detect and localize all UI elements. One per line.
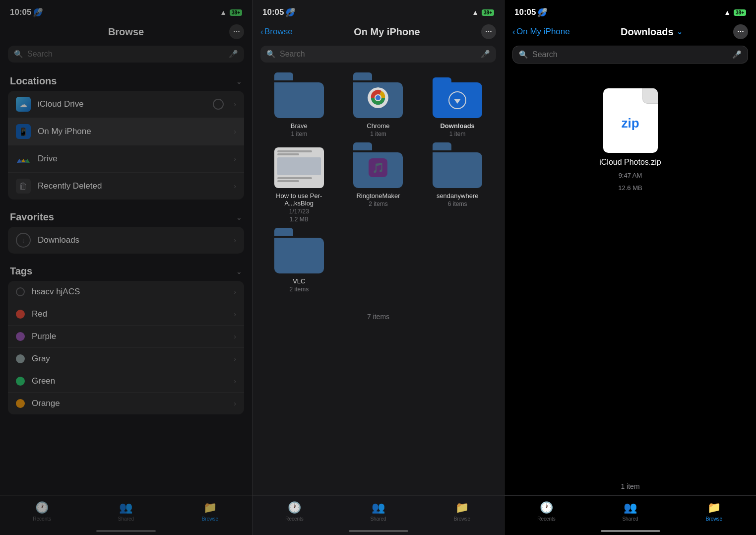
vlc-folder-item[interactable]: VLC 2 items (264, 233, 334, 293)
ringtone-folder-item[interactable]: 🎵 RingtoneMaker 2 items (344, 147, 413, 223)
drive-item[interactable]: Drive › (8, 145, 244, 173)
chrome-label: Chrome (367, 122, 389, 130)
trash-icon: 🗑 (16, 179, 31, 194)
tab-shared-3[interactable]: 👥 Shared (588, 501, 672, 522)
battery-2: 38+ (482, 9, 494, 16)
tab-bar-1: 🕐 Recents 👥 Shared 📁 Browse (0, 495, 252, 535)
zip-file-icon[interactable]: zip (603, 88, 658, 153)
more-button-3[interactable]: ··· (733, 24, 748, 39)
mic-icon-2[interactable]: 🎤 (481, 50, 490, 59)
tags-chevron[interactable]: ⌄ (236, 268, 242, 275)
p3-bottom-count: 1 item (504, 482, 756, 490)
back-chevron-2: ‹ (260, 27, 263, 37)
wifi-icon-1: ▲ (220, 8, 227, 16)
recently-deleted-item[interactable]: 🗑 Recently Deleted › (8, 173, 244, 200)
tag-orange-item[interactable]: Orange › (8, 393, 244, 414)
on-my-iphone-item[interactable]: 📱 On My iPhone › (8, 118, 244, 145)
tab-recents-1[interactable]: 🕐 Recents (0, 501, 84, 522)
folder-grid: Brave 1 item (252, 67, 504, 303)
tag-green-chevron: › (234, 377, 236, 385)
icloud-drive-item[interactable]: ☁ iCloud Drive › (8, 91, 244, 118)
ringtone-count: 2 items (369, 201, 388, 207)
file-content (274, 147, 324, 188)
locations-chevron[interactable]: ⌄ (236, 77, 242, 85)
recently-deleted-label: Recently Deleted (38, 181, 227, 191)
ringtone-folder-icon: 🎵 (353, 147, 403, 188)
search-bar-2[interactable]: 🔍 🎤 (260, 46, 496, 63)
nav-title-2: On My iPhone (293, 26, 481, 38)
file-line-3 (277, 177, 312, 179)
chrome-logo-svg (368, 87, 388, 108)
wifi-icon-3: ▲ (724, 8, 731, 16)
tag-green-item[interactable]: Green › (8, 370, 244, 393)
how-to-use-size: 1.2 MB (290, 216, 309, 223)
battery-3: 38+ (734, 9, 746, 16)
locations-title: Locations (10, 75, 57, 87)
tab-recents-2[interactable]: 🕐 Recents (252, 501, 336, 522)
status-bar-2: 10:05 🎤 ▲ 38+ (252, 0, 504, 22)
mic-icon-1[interactable]: 🎤 (229, 50, 238, 59)
shared-label-1: Shared (118, 516, 134, 522)
tag-gray-item[interactable]: Gray › (8, 348, 244, 370)
p2-bottom-count: 7 items (252, 303, 504, 331)
tag-red-item[interactable]: Red › (8, 303, 244, 326)
search-bar-3[interactable]: 🔍 🎤 (512, 46, 748, 64)
downloads-fav-label: Downloads (38, 235, 227, 245)
vlc-count: 2 items (289, 286, 309, 293)
tag-purple-label: Purple (32, 332, 227, 341)
mic-indicator-1: 🎤 (34, 8, 42, 16)
tag-hsacv-dot (16, 287, 25, 296)
sendanywhere-folder-icon (433, 147, 482, 188)
vlc-label: VLC (293, 277, 305, 285)
nav-title-1: Browse (23, 26, 229, 38)
downloads-label: Downloads (440, 122, 474, 130)
tags-list: hsacv hjACS › Red › Purple › Gray › (8, 281, 244, 414)
shared-icon-2: 👥 (372, 501, 385, 514)
nav-chevron-3[interactable]: ⌄ (677, 28, 683, 36)
tab-browse-3[interactable]: 📁 Browse (672, 501, 756, 522)
how-to-use-label: How to use Per-A...ksBlog (264, 192, 334, 207)
brave-folder-item[interactable]: Brave 1 item (264, 77, 334, 137)
browse-icon-2: 📁 (455, 501, 469, 514)
downloads-folder-item[interactable]: Downloads 1 item (423, 77, 492, 137)
search-bar-1[interactable]: 🔍 🎤 (8, 46, 244, 63)
nav-bar-1: Browse ··· (0, 22, 252, 44)
brave-folder-body (274, 82, 324, 118)
more-button-2[interactable]: ··· (481, 24, 496, 39)
back-button-3[interactable]: ‹ On My iPhone (512, 27, 570, 37)
recents-icon-2: 🕐 (288, 501, 301, 514)
brave-folder-icon (274, 77, 324, 118)
search-input-2[interactable] (280, 50, 477, 59)
tab-shared-2[interactable]: 👥 Shared (336, 501, 420, 522)
locations-list: ☁ iCloud Drive › 📱 On My iPhone › (8, 91, 244, 200)
tag-gray-label: Gray (32, 354, 227, 364)
icloud-chevron: › (234, 100, 236, 108)
sendanywhere-folder-item[interactable]: sendanywhere 6 items (423, 147, 492, 223)
search-input-1[interactable] (27, 50, 225, 59)
tag-red-chevron: › (234, 310, 236, 318)
icloud-drive-label: iCloud Drive (38, 99, 206, 109)
more-button-1[interactable]: ··· (229, 24, 244, 39)
tab-browse-2[interactable]: 📁 Browse (420, 501, 504, 522)
search-input-3[interactable] (532, 50, 728, 59)
mic-icon-3[interactable]: 🎤 (732, 50, 742, 59)
browse-icon-3: 📁 (707, 501, 721, 514)
favorites-list: ↓ Downloads › (8, 227, 244, 254)
tag-purple-item[interactable]: Purple › (8, 326, 244, 348)
favorites-chevron[interactable]: ⌄ (236, 213, 242, 221)
time-display-3: 10:05 (514, 7, 536, 17)
tag-orange-chevron: › (234, 400, 236, 407)
tag-gray-chevron: › (234, 355, 236, 363)
chrome-folder-item[interactable]: Chrome 1 item (344, 77, 413, 137)
how-to-use-item[interactable]: How to use Per-A...ksBlog 1/17/23 1.2 MB (264, 147, 334, 223)
tag-hsacv-item[interactable]: hsacv hjACS › (8, 281, 244, 303)
on-my-iphone-label: On My iPhone (38, 127, 227, 136)
tab-browse-1[interactable]: 📁 Browse (168, 501, 252, 522)
home-indicator-2 (349, 530, 408, 532)
tab-shared-1[interactable]: 👥 Shared (84, 501, 168, 522)
downloads-panel: 10:05 🎤 ▲ 38+ ‹ On My iPhone Downloads ⌄… (504, 0, 756, 535)
downloads-fav-item[interactable]: ↓ Downloads › (8, 227, 244, 254)
back-button-2[interactable]: ‹ Browse (260, 27, 293, 37)
downloads-chevron: › (234, 236, 236, 244)
tab-recents-3[interactable]: 🕐 Recents (504, 501, 588, 522)
